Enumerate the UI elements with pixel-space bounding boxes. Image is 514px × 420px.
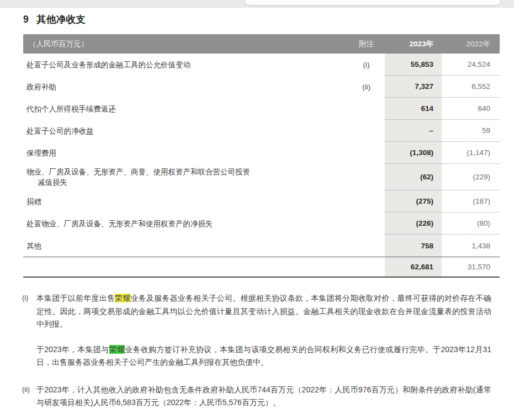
table-body: 处置子公司及业务形成的金融工具的公允价值变动(i)55,85324,524政府补… bbox=[23, 54, 500, 257]
row-note bbox=[348, 120, 385, 142]
footnote-text: 本集团于以前年度出售 bbox=[36, 294, 115, 302]
find-bar-remnant[interactable] bbox=[245, 0, 501, 6]
footnote-text: 于2023年，本集团与 bbox=[36, 345, 109, 354]
row-label-line2: 减值损失 bbox=[27, 177, 343, 188]
other-net-income-table: （人民币百万元） 附注 2023年 2022年 处置子公司及业务形成的金融工具的… bbox=[23, 34, 500, 278]
footnote: (ii)于2023年，计入其他收入的政府补助包含无条件政府补助人民币744百万元… bbox=[22, 384, 491, 410]
row-value-2022: 24,524 bbox=[442, 54, 500, 76]
table-total-row: 62,681 31,570 bbox=[23, 257, 500, 278]
row-value-2023: (226) bbox=[385, 212, 442, 235]
section-title-text: 其他净收支 bbox=[36, 14, 86, 25]
row-note bbox=[348, 98, 385, 120]
total-value-2023: 62,681 bbox=[385, 257, 442, 277]
row-value-2022: (1,147) bbox=[442, 142, 500, 164]
header-unit-label: （人民币百万元） bbox=[23, 39, 348, 49]
table-row: 其他7581,438 bbox=[23, 235, 500, 257]
report-page: 9其他净收支 （人民币百万元） 附注 2023年 2022年 处置子公司及业务形… bbox=[0, 7, 514, 410]
header-2023-column: 2023年 bbox=[385, 39, 442, 49]
row-label: 政府补助 bbox=[23, 79, 348, 95]
row-label: 代扣个人所得税手续费返还 bbox=[23, 101, 348, 117]
table-row: 处置子公司及业务形成的金融工具的公允价值变动(i)55,85324,524 bbox=[23, 54, 500, 76]
row-label: 处置子公司的净收益 bbox=[23, 123, 348, 139]
footnote-text: 于2023年，计入其他收入的政府补助包含无条件政府补助人民币744百万元（202… bbox=[36, 385, 491, 407]
row-value-2023: (275) bbox=[385, 190, 442, 212]
footnotes: (i)本集团于以前年度出售荣耀业务及服务器业务相关子公司。根据相关协议条款，本集… bbox=[22, 292, 491, 410]
table-header-row: （人民币百万元） 附注 2023年 2022年 bbox=[23, 34, 500, 54]
row-label: 物业、厂房及设备、无形资产、商誉、使用权资产和联合营公司投资减值损失 bbox=[23, 164, 348, 190]
page-gap-strip bbox=[0, 0, 514, 8]
row-label: 其他 bbox=[23, 238, 348, 254]
row-note bbox=[348, 164, 385, 190]
table-row: 物业、厂房及设备、无形资产、商誉、使用权资产和联合营公司投资减值损失(62)(2… bbox=[23, 164, 500, 190]
row-value-2022: 59 bbox=[442, 120, 500, 142]
row-label: 处置子公司及业务形成的金融工具的公允价值变动 bbox=[23, 57, 348, 73]
row-note bbox=[348, 142, 385, 164]
row-value-2023: 614 bbox=[385, 98, 442, 120]
header-2022-column: 2022年 bbox=[442, 39, 500, 49]
table-row: 处置物业、厂房及设备、无形资产和使用权资产的净损失(226)(80) bbox=[23, 212, 500, 235]
row-value-2023: – bbox=[385, 120, 442, 142]
search-highlight-yellow: 荣耀 bbox=[115, 294, 130, 302]
row-value-2023: 758 bbox=[385, 235, 442, 257]
row-value-2022: (229) bbox=[442, 164, 500, 190]
row-label: 处置物业、厂房及设备、无形资产和使用权资产的净损失 bbox=[23, 216, 348, 232]
section-number: 9 bbox=[23, 14, 29, 25]
row-note bbox=[348, 190, 385, 212]
total-note bbox=[348, 257, 385, 277]
footnote-marker: (i) bbox=[22, 292, 36, 369]
row-note bbox=[348, 212, 385, 235]
row-value-2023: (1,308) bbox=[385, 142, 442, 164]
table-row: 保理费用(1,308)(1,147) bbox=[23, 142, 500, 164]
row-value-2023: 7,327 bbox=[385, 76, 442, 98]
table-row: 处置子公司的净收益–59 bbox=[23, 120, 500, 142]
row-value-2022: (187) bbox=[442, 190, 500, 212]
footnote-paragraph: 于2023年，计入其他收入的政府补助包含无条件政府补助人民币744百万元（202… bbox=[36, 384, 491, 410]
row-note: (i) bbox=[348, 54, 385, 76]
footnote-paragraph: 于2023年，本集团与荣耀业务收购方签订补充协议，本集团与该项交易相关的合同权利… bbox=[36, 343, 491, 369]
footnote: (i)本集团于以前年度出售荣耀业务及服务器业务相关子公司。根据相关协议条款，本集… bbox=[22, 292, 491, 369]
row-value-2022: 6,552 bbox=[442, 76, 500, 98]
total-value-2022: 31,570 bbox=[442, 257, 500, 277]
header-note-column: 附注 bbox=[348, 39, 385, 49]
row-value-2022: (80) bbox=[442, 212, 500, 235]
row-label: 保理费用 bbox=[23, 145, 348, 161]
footnote-body: 于2023年，计入其他收入的政府补助包含无条件政府补助人民币744百万元（202… bbox=[36, 384, 491, 410]
row-label: 捐赠 bbox=[23, 194, 348, 210]
total-label bbox=[23, 264, 348, 270]
row-note bbox=[348, 235, 385, 257]
table-row: 代扣个人所得税手续费返还614640 bbox=[23, 98, 500, 120]
row-value-2023: 55,853 bbox=[385, 54, 442, 76]
table-row: 政府补助(ii)7,3276,552 bbox=[23, 76, 500, 98]
row-value-2022: 640 bbox=[442, 98, 500, 120]
footnote-body: 本集团于以前年度出售荣耀业务及服务器业务相关子公司。根据相关协议条款，本集团将分… bbox=[36, 292, 491, 369]
footnote-marker: (ii) bbox=[22, 384, 36, 410]
row-value-2023: (62) bbox=[385, 164, 442, 190]
row-note: (ii) bbox=[348, 76, 385, 98]
footnote-paragraph: 本集团于以前年度出售荣耀业务及服务器业务相关子公司。根据相关协议条款，本集团将分… bbox=[36, 292, 491, 331]
section-title: 9其他净收支 bbox=[23, 13, 500, 26]
search-highlight-green: 荣耀 bbox=[109, 345, 125, 354]
table-row: 捐赠(275)(187) bbox=[23, 190, 500, 212]
row-value-2022: 1,438 bbox=[442, 235, 500, 257]
